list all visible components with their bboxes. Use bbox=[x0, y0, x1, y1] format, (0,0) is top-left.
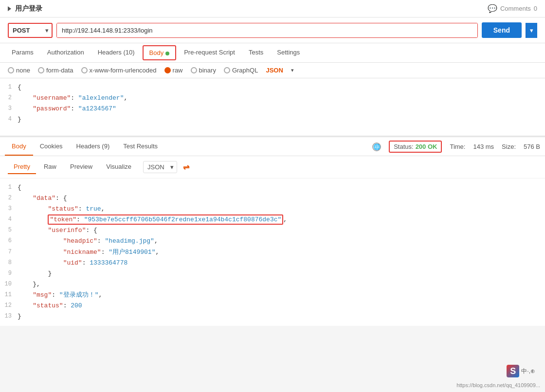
radio-form-data bbox=[38, 67, 44, 73]
option-none[interactable]: none bbox=[8, 67, 30, 74]
tab-pre-request[interactable]: Pre-request Script bbox=[177, 44, 242, 62]
response-tab-test-results[interactable]: Test Results bbox=[116, 138, 164, 156]
body-options: none form-data x-www-form-urlencoded raw… bbox=[0, 63, 545, 78]
collection-title-text: 用户登录 bbox=[15, 4, 42, 13]
code-line-1: 1 { bbox=[0, 82, 545, 93]
format-tab-pretty[interactable]: Pretty bbox=[8, 160, 36, 174]
radio-binary bbox=[191, 67, 197, 73]
format-tab-raw[interactable]: Raw bbox=[38, 160, 62, 174]
request-bar: POST GET PUT DELETE Send ▾ bbox=[0, 18, 545, 43]
expand-icon[interactable] bbox=[8, 6, 11, 11]
code-line-3: 3 "password": "a1234567" bbox=[0, 104, 545, 114]
option-binary[interactable]: binary bbox=[191, 67, 216, 74]
tab-tests[interactable]: Tests bbox=[242, 44, 270, 62]
size-label: Size: bbox=[502, 143, 516, 150]
globe-icon: 🌐 bbox=[372, 143, 381, 151]
status-box: Status: 200 OK bbox=[389, 141, 442, 153]
response-code-area: 1 { 2 "data": { 3 "status": true, 4 "tok… bbox=[0, 178, 545, 326]
format-tab-preview[interactable]: Preview bbox=[64, 160, 98, 174]
resp-line-13: 13 } bbox=[0, 311, 545, 322]
radio-x-www bbox=[81, 67, 88, 73]
format-select[interactable]: JSON Text HTML XML bbox=[144, 161, 177, 173]
time-label: Time: bbox=[450, 143, 465, 150]
option-raw[interactable]: raw bbox=[164, 67, 183, 74]
option-form-data[interactable]: form-data bbox=[38, 67, 73, 74]
request-tabs-bar: Params Authorization Headers (10) Body P… bbox=[0, 43, 545, 63]
format-tab-visualize[interactable]: Visualize bbox=[100, 160, 137, 174]
resp-line-6: 6 "headpic": "headimg.jpg", bbox=[0, 236, 545, 247]
collection-title: 用户登录 bbox=[8, 4, 42, 13]
format-select-wrapper[interactable]: JSON Text HTML XML bbox=[143, 161, 177, 173]
tab-params[interactable]: Params bbox=[5, 44, 40, 62]
request-body-code: 1 { 2 "username": "alexlender", 3 "passw… bbox=[0, 78, 545, 137]
tab-authorization[interactable]: Authorization bbox=[40, 44, 91, 62]
radio-none bbox=[8, 67, 14, 73]
url-input[interactable] bbox=[57, 23, 477, 37]
resp-line-4: 4 "token": "953be7e5ccff6706b5046f2redne… bbox=[0, 214, 545, 225]
url-input-wrapper bbox=[56, 23, 478, 38]
resp-line-1: 1 { bbox=[0, 182, 545, 193]
option-graphql[interactable]: GraphQL bbox=[224, 67, 258, 74]
json-dropdown-arrow[interactable]: ▾ bbox=[291, 67, 294, 73]
send-dropdown-button[interactable]: ▾ bbox=[526, 23, 537, 38]
response-tabs-bar: Body Cookies Headers (9) Test Results 🌐 … bbox=[0, 138, 545, 156]
resp-line-2: 2 "data": { bbox=[0, 193, 545, 204]
status-label: Status: bbox=[394, 143, 413, 150]
response-tab-cookies[interactable]: Cookies bbox=[33, 138, 70, 156]
comment-icon: 💬 bbox=[488, 4, 497, 13]
top-bar: 用户登录 💬 Comments 0 bbox=[0, 0, 545, 18]
resp-line-7: 7 "nickname": "用户8149901", bbox=[0, 247, 545, 258]
tab-headers[interactable]: Headers (10) bbox=[91, 44, 142, 62]
method-wrapper[interactable]: POST GET PUT DELETE bbox=[8, 23, 53, 38]
response-section: Body Cookies Headers (9) Test Results 🌐 … bbox=[0, 138, 545, 326]
method-select[interactable]: POST GET PUT DELETE bbox=[9, 24, 52, 37]
size-value: 576 B bbox=[524, 143, 540, 150]
response-meta: 🌐 Status: 200 OK Time: 143 ms Size: 576 … bbox=[372, 141, 540, 153]
json-label: JSON bbox=[266, 67, 283, 74]
code-line-4: 4 } bbox=[0, 114, 545, 125]
status-value: 200 OK bbox=[416, 143, 437, 150]
radio-raw bbox=[164, 67, 171, 73]
resp-line-12: 12 "status": 200 bbox=[0, 301, 545, 311]
response-format-bar: Pretty Raw Preview Visualize JSON Text H… bbox=[0, 156, 545, 178]
radio-graphql bbox=[224, 67, 230, 73]
wrap-icon[interactable]: ⇌ bbox=[183, 162, 189, 172]
resp-line-5: 5 "userinfo": { bbox=[0, 225, 545, 236]
option-x-www-form-urlencoded[interactable]: x-www-form-urlencoded bbox=[81, 67, 157, 74]
response-tab-body[interactable]: Body bbox=[5, 138, 33, 156]
code-line-2: 2 "username": "alexlender", bbox=[0, 93, 545, 104]
body-dot bbox=[165, 52, 169, 55]
resp-line-3: 3 "status": true, bbox=[0, 204, 545, 214]
send-button[interactable]: Send bbox=[482, 22, 522, 38]
time-value: 143 ms bbox=[473, 143, 494, 150]
comments-count: 0 bbox=[534, 5, 537, 12]
resp-line-9: 9 } bbox=[0, 268, 545, 279]
resp-line-8: 8 "uid": 1333364778 bbox=[0, 258, 545, 268]
response-tab-headers[interactable]: Headers (9) bbox=[70, 138, 117, 156]
resp-line-10: 10 }, bbox=[0, 279, 545, 290]
comments-label: Comments bbox=[500, 5, 531, 12]
comments-area: 💬 Comments 0 bbox=[488, 4, 537, 13]
resp-line-11: 11 "msg": "登录成功！", bbox=[0, 290, 545, 301]
tab-body[interactable]: Body bbox=[143, 45, 177, 60]
tab-settings[interactable]: Settings bbox=[270, 44, 307, 62]
